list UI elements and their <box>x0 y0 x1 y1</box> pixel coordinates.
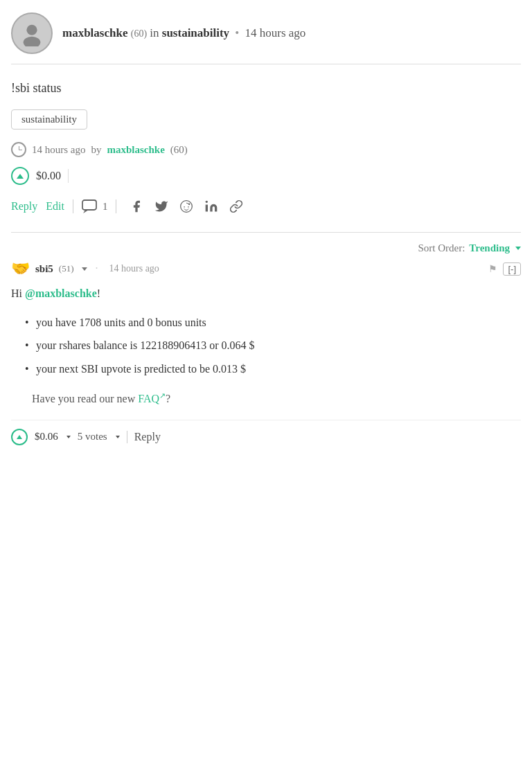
comment-upvote-button[interactable] <box>11 429 28 445</box>
comment-votes-dropdown-icon[interactable] <box>116 436 120 438</box>
community-name[interactable]: sustainability <box>162 26 229 39</box>
list-item: you have 1708 units and 0 bonus units <box>25 314 521 332</box>
comment-count-number: 1 <box>103 201 108 213</box>
author-name[interactable]: maxblaschke <box>62 26 127 39</box>
commenter-name[interactable]: sbi5 <box>35 263 53 275</box>
comment-vote-dropdown-icon[interactable] <box>66 436 71 438</box>
svg-rect-9 <box>206 205 208 212</box>
posted-author-link[interactable]: maxblaschke <box>107 144 165 156</box>
comment-icon <box>82 199 98 213</box>
vote-row: $0.00 <box>11 167 521 185</box>
faq-prefix: Have you read our new <box>32 393 138 405</box>
external-link-icon: ↗ <box>159 391 166 400</box>
comment-footer: $0.06 5 votes Reply <box>11 420 521 459</box>
collapse-button[interactable]: [-] <box>503 262 521 276</box>
action-divider <box>73 199 73 213</box>
faq-link[interactable]: FAQ <box>138 393 159 405</box>
linkedin-share-icon[interactable] <box>202 197 220 215</box>
by-label: by <box>91 144 102 156</box>
commenter-rep: (51) <box>59 263 74 274</box>
comment-actions-right: ⚑ [-] <box>488 262 521 276</box>
in-label: in <box>150 26 161 39</box>
post-content: !sbi status sustainability 14 hours ago … <box>0 64 532 232</box>
comment-count: 1 <box>82 199 108 213</box>
comment-header: 🤝 sbi5 (51) · 14 hours ago ⚑ [-] <box>11 260 521 278</box>
svg-rect-2 <box>82 200 96 210</box>
svg-point-0 <box>26 25 37 35</box>
comment-list: you have 1708 units and 0 bonus units yo… <box>11 314 521 378</box>
list-item: your next SBI upvote is predicted to be … <box>25 360 521 378</box>
mention-link[interactable]: @maxblaschke <box>25 287 97 299</box>
post-meta: maxblaschke (60) in sustainability • 14 … <box>62 24 305 42</box>
post-tag[interactable]: sustainability <box>11 109 87 130</box>
svg-point-5 <box>184 206 186 208</box>
flag-icon[interactable]: ⚑ <box>488 263 497 275</box>
comment-section: 🤝 sbi5 (51) · 14 hours ago ⚑ [-] Hi @max… <box>0 260 532 459</box>
comment-upvote-arrow-icon <box>17 435 22 439</box>
post-body: !sbi status <box>11 81 521 96</box>
dot-separator: • <box>235 26 239 39</box>
clock-icon <box>11 142 26 157</box>
dot-sep2: · <box>96 262 98 275</box>
posted-time: 14 hours ago <box>32 144 86 156</box>
comment-body: Hi @maxblaschke! <box>11 285 521 303</box>
time-row: 14 hours ago by maxblaschke (60) <box>11 142 521 157</box>
faq-suffix: ? <box>166 393 170 405</box>
reddit-share-icon[interactable] <box>177 197 195 215</box>
author-avatar[interactable] <box>11 12 53 54</box>
list-item: your rshares balance is 122188906413 or … <box>25 337 521 355</box>
upvote-arrow-icon <box>17 174 24 179</box>
action-divider2 <box>116 199 116 213</box>
comment-vote-amount: $0.06 <box>35 431 58 443</box>
reply-link[interactable]: Reply <box>11 200 37 213</box>
facebook-share-icon[interactable] <box>127 197 145 215</box>
sort-dropdown-icon[interactable] <box>515 247 521 250</box>
greeting-text: Hi <box>11 287 25 299</box>
comment-votes-text[interactable]: 5 votes <box>78 431 107 443</box>
sort-row: Sort Order: Trending <box>0 233 532 260</box>
vote-divider <box>68 169 69 183</box>
twitter-share-icon[interactable] <box>152 197 170 215</box>
comment-time: 14 hours ago <box>109 263 159 274</box>
social-icons <box>127 197 245 215</box>
author-rep: (60) <box>131 28 147 39</box>
upvote-button[interactable] <box>11 167 29 185</box>
commenter-dropdown-icon[interactable] <box>82 267 87 271</box>
edit-link[interactable]: Edit <box>46 200 64 213</box>
post-header: maxblaschke (60) in sustainability • 14 … <box>0 0 532 64</box>
sort-label: Sort Order: <box>418 242 465 254</box>
tag-container: sustainability <box>11 109 521 130</box>
copy-link-icon[interactable] <box>227 197 245 215</box>
vote-amount: $0.00 <box>36 170 61 182</box>
exclamation: ! <box>97 287 100 299</box>
sort-value[interactable]: Trending <box>469 242 510 254</box>
comment-reply-button[interactable]: Reply <box>134 431 161 443</box>
commenter-avatar: 🤝 <box>11 260 30 278</box>
commenter-info: 🤝 sbi5 (51) · 14 hours ago <box>11 260 159 278</box>
svg-point-1 <box>24 37 41 46</box>
post-time: 14 hours ago <box>245 26 306 39</box>
faq-line: Have you read our new FAQ↗? <box>32 391 521 405</box>
svg-point-10 <box>206 201 208 203</box>
footer-divider <box>127 431 127 443</box>
posted-author-rep: (60) <box>170 144 188 156</box>
action-row: Reply Edit 1 <box>11 197 521 215</box>
svg-point-6 <box>188 206 189 208</box>
